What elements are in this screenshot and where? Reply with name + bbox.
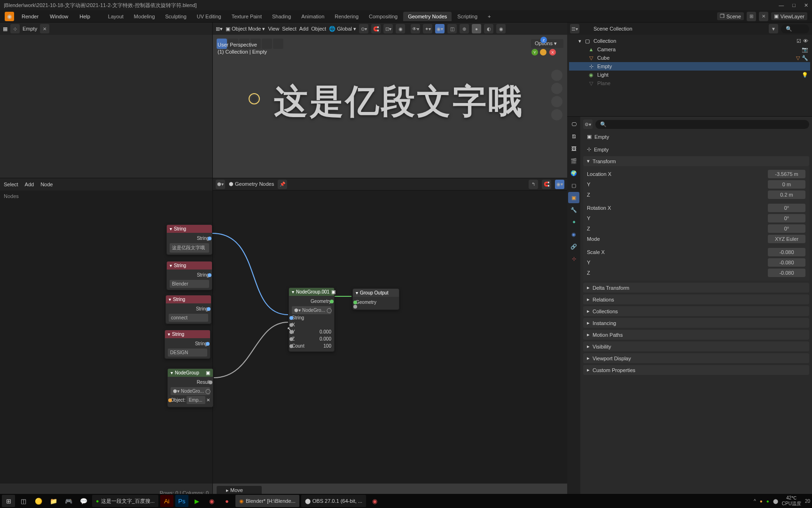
prop-tab-object[interactable]: ▣	[568, 192, 579, 203]
close-button[interactable]: ✕	[804, 2, 808, 8]
node-string-1[interactable]: ▾String String 这是亿段文字哦	[166, 224, 212, 255]
tray-app-icon-3[interactable]: ⬤	[773, 499, 778, 504]
tab-modeling[interactable]: Modeling	[129, 12, 160, 21]
shading-wireframe[interactable]: ⊕	[460, 24, 469, 33]
node-string-4[interactable]: ▾String String DESIGN	[164, 330, 211, 359]
files-icon[interactable]: 📁	[47, 495, 60, 507]
gizmo-y-axis[interactable]: Y	[531, 49, 538, 56]
proportional-toggle[interactable]: ◉	[396, 24, 405, 33]
snap-button[interactable]: 🧲	[542, 180, 551, 189]
shield-icon[interactable]: ◯	[327, 308, 332, 313]
prop-tab-data[interactable]: ⊹	[568, 253, 579, 264]
plane-row[interactable]: ▽ Plane	[569, 79, 810, 87]
blender-logo-icon[interactable]: ◉	[5, 12, 14, 21]
app-icon-3[interactable]: ◉	[205, 495, 219, 507]
menu-window[interactable]: Window	[46, 12, 72, 21]
navigation-gizmo[interactable]: Z Y X	[530, 37, 558, 65]
rotation-z-value[interactable]: 0°	[768, 224, 805, 233]
rotation-y-value[interactable]: 0°	[768, 214, 805, 222]
tab-layout[interactable]: Layout	[103, 12, 128, 21]
shading-rendered[interactable]: ◉	[496, 24, 506, 33]
nodeed-menu-select[interactable]: Select	[4, 182, 18, 187]
taskbar-blender[interactable]: ◉Blender* [H:\Blende...	[235, 495, 299, 507]
pan-button[interactable]	[551, 83, 562, 94]
collections-header[interactable]: ▸Collections	[583, 306, 809, 316]
menu-object[interactable]: Object	[311, 26, 326, 32]
group-edit-icon[interactable]: ▣	[331, 289, 336, 294]
scene-selector[interactable]: ❐ Scene	[717, 12, 744, 20]
pivot-selector[interactable]: ⊙▾	[359, 24, 368, 33]
prop-tab-viewlayer[interactable]: 🖼	[568, 143, 579, 154]
tray-app-icon[interactable]: ●	[760, 499, 763, 504]
visibility-header[interactable]: ▸Visibility	[583, 341, 809, 351]
tab-animation[interactable]: Animation	[297, 12, 329, 21]
cube-row[interactable]: ▽ Cube ▽🔧	[569, 54, 810, 62]
scale-z-value[interactable]: -0.080	[768, 269, 805, 277]
instancing-header[interactable]: ▸Instancing	[583, 318, 809, 328]
spreadsheet-editor-selector[interactable]: ▦	[3, 26, 8, 32]
maximize-button[interactable]: □	[792, 2, 796, 8]
group-edit-icon[interactable]: ▣	[206, 370, 210, 375]
node-nodegroup-001[interactable]: ▾NodeGroup.001▣ Geometry ⬢▾NodeGro...◯ S…	[289, 287, 335, 352]
scale-y-value[interactable]: -0.080	[768, 258, 805, 267]
tab-shading[interactable]: Shading	[267, 12, 296, 21]
scale-x-value[interactable]: -0.080	[768, 248, 805, 256]
location-z-value[interactable]: 0.2 m	[768, 190, 805, 199]
shield-icon[interactable]: ◯	[205, 389, 211, 394]
tray-up-icon[interactable]: ^	[754, 499, 756, 504]
prop-tab-physics[interactable]: ◉	[568, 229, 579, 240]
taskbar-obs[interactable]: ⬤OBS 27.0.1 (64-bit, ...	[301, 495, 366, 507]
prop-tab-constraints[interactable]: 🔗	[568, 241, 579, 252]
outliner-search[interactable]: 🔍	[781, 24, 809, 33]
delete-scene-button[interactable]: ✕	[759, 12, 768, 21]
string-field-2[interactable]: Blender	[170, 280, 209, 288]
filter-button[interactable]: ▼	[769, 24, 778, 33]
tab-geometry-nodes[interactable]: Geometry Nodes	[403, 12, 452, 21]
hide-toggle[interactable]: 👁	[803, 38, 808, 44]
rotation-x-value[interactable]: 0°	[768, 204, 805, 212]
tab-texture[interactable]: Texture Paint	[227, 12, 266, 21]
mesh-data-icon[interactable]: ▽	[796, 55, 800, 61]
object-name-field[interactable]: Empty	[594, 147, 805, 152]
tab-rendering[interactable]: Rendering	[330, 12, 363, 21]
tab-sculpting[interactable]: Sculpting	[161, 12, 191, 21]
light-data-icon[interactable]: 💡	[802, 72, 808, 78]
taskbar-baidu[interactable]: ●这是一段文字_百度搜...	[92, 495, 158, 507]
start-button[interactable]: ⊞	[2, 495, 15, 507]
tab-uv[interactable]: UV Editing	[192, 12, 226, 21]
relations-header[interactable]: ▸Relations	[583, 294, 809, 304]
prop-tab-output[interactable]: 🖻	[568, 131, 579, 142]
wechat-icon[interactable]: 💬	[77, 495, 90, 507]
node-nodegroup[interactable]: ▾NodeGroup▣ Result ⬢▾NodeGro...◯ Object:…	[167, 368, 213, 407]
node-string-2[interactable]: ▾String String Blender	[166, 261, 212, 290]
shading-material[interactable]: ◐	[484, 24, 493, 33]
prop-tab-collection[interactable]: ▢	[568, 180, 579, 191]
viewport-display-header[interactable]: ▸Viewport Display	[583, 353, 809, 363]
tab-add[interactable]: +	[483, 12, 495, 21]
empty-object-origin[interactable]	[249, 93, 260, 104]
camera-button[interactable]	[551, 96, 562, 107]
node-string-3[interactable]: ▾String String connect	[165, 295, 211, 324]
prop-tab-modifier[interactable]: 🔧	[568, 204, 579, 215]
delta-transform-header[interactable]: ▸Delta Transform	[583, 283, 809, 293]
clear-icon[interactable]: ✕	[206, 397, 210, 403]
nodeed-menu-node[interactable]: Node	[40, 182, 53, 187]
string-field-3[interactable]: connect	[169, 314, 208, 322]
xray-toggle[interactable]: ◫	[447, 24, 457, 33]
viewport-editor-selector[interactable]: ⊞▾	[216, 26, 223, 32]
nodeed-menu-add[interactable]: Add	[25, 182, 34, 187]
perspective-button[interactable]	[551, 109, 562, 120]
zoom-button[interactable]	[551, 70, 562, 81]
gizmo-z-axis[interactable]: Z	[540, 37, 547, 43]
tab-compositing[interactable]: Compositing	[364, 12, 402, 21]
snap-toggle[interactable]: 🧲	[371, 24, 381, 33]
menu-help[interactable]: Help	[76, 12, 94, 21]
transform-panel-header[interactable]: ▾ Transform	[583, 156, 809, 166]
prop-tab-world[interactable]: 🌍	[568, 167, 579, 179]
illustrator-icon[interactable]: Ai	[160, 495, 173, 507]
modifier-icon[interactable]: 🔧	[802, 55, 808, 61]
overlay-button[interactable]: ◉▾	[555, 180, 564, 189]
new-scene-button[interactable]: ⊞	[747, 12, 756, 21]
exclude-toggle[interactable]: ☑	[796, 38, 801, 44]
overlay-toggle[interactable]: ◉▾	[435, 24, 445, 33]
